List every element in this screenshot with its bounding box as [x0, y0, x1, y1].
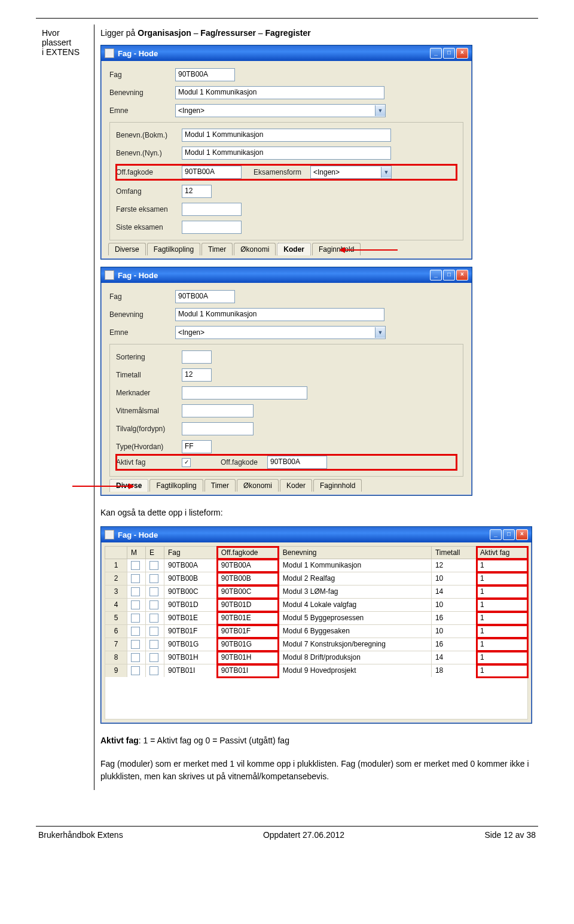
- col-e[interactable]: E: [146, 547, 164, 559]
- eksamensform-select[interactable]: <Ingen> ▼: [310, 166, 392, 179]
- footer-center: Oppdatert 27.06.2012: [263, 830, 344, 840]
- bokm-input[interactable]: Modul 1 Kommunikasjon: [182, 129, 391, 142]
- cell-aktivt-fag: 1: [477, 664, 528, 678]
- cell-m[interactable]: [127, 559, 146, 572]
- tilvalg-input[interactable]: [182, 422, 254, 435]
- aktivt-fag-checkbox[interactable]: ✓: [182, 458, 191, 467]
- row-number: 2: [105, 572, 127, 585]
- cell-benevning: Modul 7 Konstruksjon/beregning: [279, 638, 431, 651]
- col-off-fagkode[interactable]: Off.fagkode: [217, 547, 279, 559]
- cell-e[interactable]: [146, 664, 164, 678]
- tab-faginnhold[interactable]: Faginnhold: [313, 479, 362, 492]
- table-row[interactable]: 790TB01G90TB01GModul 7 Konstruksjon/bere…: [105, 638, 528, 651]
- off-fagkode-input[interactable]: 90TB00A: [182, 166, 242, 179]
- sortering-input[interactable]: [182, 350, 212, 364]
- titlebar[interactable]: Fag - Hode _ □ ×: [101, 267, 472, 283]
- table-row[interactable]: 990TB01I90TB01IModul 9 Hovedprosjekt181: [105, 664, 528, 678]
- cell-m[interactable]: [127, 572, 146, 585]
- fag-label: Fag: [109, 292, 175, 301]
- table-row[interactable]: 190TB00A90TB00AModul 1 Kommunikasjon121: [105, 559, 528, 572]
- cell-m[interactable]: [127, 612, 146, 625]
- maximize-button[interactable]: □: [443, 270, 455, 280]
- close-button[interactable]: ×: [456, 270, 468, 280]
- tab-timer[interactable]: Timer: [201, 243, 233, 255]
- merknader-input[interactable]: [182, 386, 307, 400]
- fag-input[interactable]: 90TB00A: [175, 68, 235, 81]
- cell-e[interactable]: [146, 638, 164, 651]
- titlebar[interactable]: Fag - Hode _ □ ×: [101, 45, 472, 61]
- window-fag-hode-list: Fag - Hode _ □ ×: [100, 526, 532, 724]
- cell-timetall: 16: [431, 612, 476, 625]
- cell-m[interactable]: [127, 599, 146, 612]
- cell-e[interactable]: [146, 599, 164, 612]
- header-left-cell: Hvor plassert i EXTENS: [36, 25, 94, 790]
- tab-fagtilkopling[interactable]: Fagtilkopling: [149, 479, 203, 492]
- tab-timer[interactable]: Timer: [204, 479, 236, 492]
- app-icon: [105, 48, 114, 58]
- cell-e[interactable]: [146, 559, 164, 572]
- type-input[interactable]: FF: [182, 440, 212, 453]
- col-rownum[interactable]: [105, 547, 127, 559]
- table-row[interactable]: 490TB01D90TB01DModul 4 Lokale valgfag101: [105, 599, 528, 612]
- tab-fagtilkopling[interactable]: Fagtilkopling: [147, 243, 200, 255]
- cell-m[interactable]: [127, 638, 146, 651]
- cell-m[interactable]: [127, 664, 146, 678]
- cell-e[interactable]: [146, 651, 164, 664]
- col-fag[interactable]: Fag: [164, 547, 218, 559]
- timetall-input[interactable]: 12: [182, 368, 212, 382]
- cell-m[interactable]: [127, 625, 146, 638]
- cell-fag: 90TB00A: [164, 559, 218, 572]
- minimize-button[interactable]: _: [430, 270, 442, 280]
- tab-okonomi[interactable]: Økonomi: [237, 479, 279, 492]
- benevning-input[interactable]: Modul 1 Kommunikasjon: [175, 308, 384, 321]
- col-m[interactable]: M: [127, 547, 146, 559]
- nyn-label: Benevn.(Nyn.): [116, 149, 182, 157]
- chevron-down-icon[interactable]: ▼: [375, 105, 385, 116]
- cell-e[interactable]: [146, 585, 164, 599]
- chevron-down-icon[interactable]: ▼: [381, 167, 391, 178]
- maximize-button[interactable]: □: [443, 48, 455, 59]
- table-row[interactable]: 290TB00B90TB00BModul 2 Realfag101: [105, 572, 528, 585]
- maximize-button[interactable]: □: [503, 529, 515, 540]
- benevning-input[interactable]: Modul 1 Kommunikasjon: [175, 86, 384, 99]
- emne-select[interactable]: <Ingen> ▼: [175, 326, 386, 339]
- cell-e[interactable]: [146, 612, 164, 625]
- cell-e[interactable]: [146, 625, 164, 638]
- header-left-1: Hvor plassert: [42, 28, 71, 47]
- titlebar[interactable]: Fag - Hode _ □ ×: [101, 527, 532, 542]
- cell-fag: 90TB01H: [164, 651, 218, 664]
- tab-diverse[interactable]: Diverse: [108, 243, 146, 255]
- group-box: Sortering Timetall 12 Merknader: [109, 344, 463, 477]
- forste-eksamen-input[interactable]: [182, 203, 242, 216]
- off-fagkode-input[interactable]: 90TB00A: [267, 456, 327, 469]
- row-number: 5: [105, 612, 127, 625]
- emne-select[interactable]: <Ingen> ▼: [175, 104, 386, 117]
- header-left-2: i EXTENS: [42, 47, 80, 57]
- cell-timetall: 10: [431, 572, 476, 585]
- chevron-down-icon[interactable]: ▼: [375, 327, 385, 338]
- vitnemalsmal-input[interactable]: [182, 404, 254, 417]
- fag-input[interactable]: 90TB00A: [175, 290, 235, 303]
- minimize-button[interactable]: _: [490, 529, 502, 540]
- cell-m[interactable]: [127, 585, 146, 599]
- tab-okonomi[interactable]: Økonomi: [234, 243, 276, 255]
- nyn-input[interactable]: Modul 1 Kommunikasjon: [182, 147, 391, 160]
- window-title: Fag - Hode: [118, 271, 158, 280]
- col-timetall[interactable]: Timetall: [431, 547, 476, 559]
- siste-eksamen-input[interactable]: [182, 221, 242, 234]
- omfang-input[interactable]: 12: [182, 185, 212, 198]
- cell-e[interactable]: [146, 572, 164, 585]
- close-button[interactable]: ×: [456, 48, 468, 59]
- close-button[interactable]: ×: [516, 529, 528, 540]
- cell-m[interactable]: [127, 651, 146, 664]
- minimize-button[interactable]: _: [430, 48, 442, 59]
- col-benevning[interactable]: Benevning: [279, 547, 431, 559]
- tab-koder[interactable]: Koder: [280, 479, 312, 492]
- table-row[interactable]: 690TB01F90TB01FModul 6 Byggesaken101: [105, 625, 528, 638]
- tab-koder[interactable]: Koder: [277, 243, 311, 255]
- listeform-text: Kan også ta dette opp i listeform:: [100, 507, 532, 519]
- table-row[interactable]: 890TB01H90TB01HModul 8 Drift/produksjon1…: [105, 651, 528, 664]
- col-aktivt-fag[interactable]: Aktivt fag: [477, 547, 528, 559]
- table-row[interactable]: 590TB01E90TB01EModul 5 Byggeprosessen161: [105, 612, 528, 625]
- table-row[interactable]: 390TB00C90TB00CModul 3 LØM-fag141: [105, 585, 528, 599]
